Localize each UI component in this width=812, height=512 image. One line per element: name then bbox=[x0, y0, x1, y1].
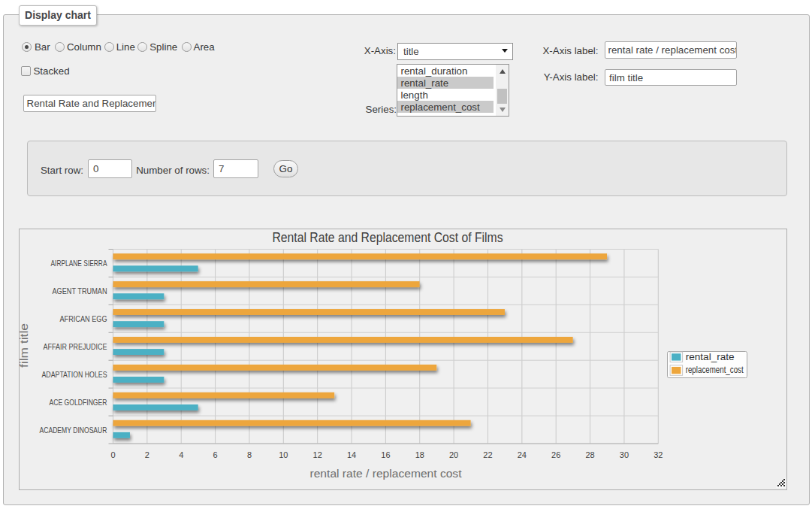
svg-text:ADAPTATION HOLES: ADAPTATION HOLES bbox=[42, 371, 107, 379]
svg-text:24: 24 bbox=[518, 450, 527, 459]
svg-text:22: 22 bbox=[483, 450, 492, 459]
svg-text:replacement_cost: replacement_cost bbox=[686, 365, 744, 375]
svg-text:rental rate / replacement cost: rental rate / replacement cost bbox=[310, 468, 462, 480]
svg-text:18: 18 bbox=[415, 450, 424, 459]
svg-text:2: 2 bbox=[145, 450, 149, 459]
svg-text:32: 32 bbox=[654, 450, 663, 459]
svg-text:30: 30 bbox=[620, 450, 629, 459]
svg-text:8: 8 bbox=[247, 450, 252, 459]
svg-text:AGENT TRUMAN: AGENT TRUMAN bbox=[53, 287, 107, 295]
svg-text:10: 10 bbox=[279, 450, 288, 459]
svg-text:26: 26 bbox=[551, 450, 560, 459]
svg-text:ACE GOLDFINGER: ACE GOLDFINGER bbox=[50, 398, 107, 407]
svg-text:AIRPLANE SIERRA: AIRPLANE SIERRA bbox=[51, 259, 107, 268]
svg-text:28: 28 bbox=[585, 450, 594, 459]
svg-text:rental_rate: rental_rate bbox=[686, 352, 735, 362]
svg-text:Rental Rate and Replacement Co: Rental Rate and Replacement Cost of Film… bbox=[273, 230, 503, 245]
svg-text:20: 20 bbox=[449, 450, 458, 459]
svg-text:AFFAIR PREJUDICE: AFFAIR PREJUDICE bbox=[44, 343, 107, 351]
svg-text:6: 6 bbox=[213, 450, 218, 459]
svg-text:ACADEMY DINOSAUR: ACADEMY DINOSAUR bbox=[40, 426, 107, 435]
svg-text:film title: film title bbox=[20, 323, 30, 368]
svg-text:12: 12 bbox=[313, 450, 322, 459]
svg-text:AFRICAN EGG: AFRICAN EGG bbox=[60, 315, 107, 323]
svg-text:0: 0 bbox=[110, 450, 115, 459]
svg-text:4: 4 bbox=[179, 450, 183, 459]
svg-text:16: 16 bbox=[381, 450, 390, 459]
svg-text:14: 14 bbox=[347, 450, 356, 459]
